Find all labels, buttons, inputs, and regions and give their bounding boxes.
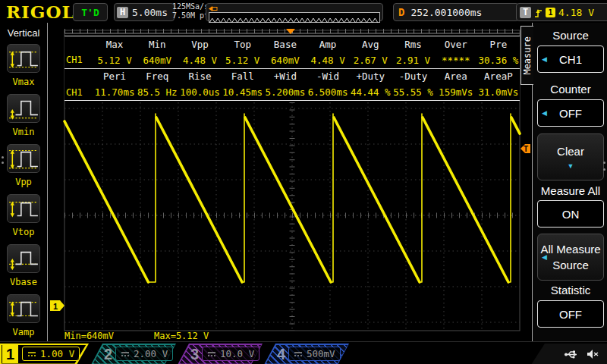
measure-cell: 2.91 V [392,55,434,66]
measure-table-channel: CH1 [64,87,93,98]
trigger-readout-box: T 1 4.18 V [516,3,607,21]
grid-center-lines [64,102,520,331]
delay-value: 252.001000ms [410,7,482,18]
measure-cell: 5.200ms [264,86,307,98]
measure-cell: 11.70ms [93,86,136,98]
channel1-number: 1 [2,345,18,363]
vbase-icon [7,244,40,273]
rigol-logo: RIGOL [6,2,75,22]
measure-cell: Fall [222,71,264,82]
channel4-scale: 500mV [307,348,335,359]
trigger-status-badge: T'D [73,3,108,21]
vmax-label: Vmax [7,77,40,87]
measure-cell: 44.44 % [349,86,392,98]
source-button[interactable]: ◀ CH1 [537,46,604,73]
statistic-title: Statistic [537,284,604,297]
vbase-button[interactable]: Vbase [7,244,40,287]
measure-cell: ***** [435,55,477,66]
measure-cell: Vpp [178,39,221,50]
measure-tab-label: Measure [522,36,533,75]
channel2-number: 2 [104,345,112,363]
trigger-source-badge: 1 [546,8,555,17]
memory-waveform-preview[interactable] [206,3,383,21]
vmin-icon [7,94,40,123]
channel4-number: 4 [277,345,285,363]
trigger-level-value: 4.18 V [558,7,594,18]
channel4-tab[interactable]: 4 500mV [264,344,349,364]
measure-cell: -Duty [392,71,434,82]
vtop-button[interactable]: Vtop [7,194,40,237]
measure-cell: 100.0us [178,86,221,98]
vpp-button[interactable]: Vpp [7,144,40,187]
horizontal-scale-value: 5.00ms [132,7,168,18]
chevron-left-icon: ◀ [542,249,547,265]
right-soft-menu: Source ◀ CH1 Counter ◀ OFF Clear ▼ Measu… [532,23,607,345]
measure-cell: 4.48 V [307,55,349,66]
measure-cell: Pre [477,39,520,50]
channel-status-bar: 1 1.00 V 2 2.00 V [0,341,607,364]
all-measure-line1: All Measure [540,241,600,257]
measure-cell: Area [435,71,477,82]
channel3-tab[interactable]: 3 10.0 V [178,344,263,364]
measure-cell: Max [93,39,136,50]
trigger-status-text: T'D [81,7,99,18]
rising-edge-icon [534,7,543,18]
svg-text:1: 1 [53,302,58,311]
vamp-label: Vamp [7,327,40,337]
statistic-button[interactable]: OFF [537,300,604,328]
counter-title: Counter [537,83,604,96]
chevron-down-icon: ▼ [568,162,574,170]
counter-button[interactable]: ◀ OFF [537,99,604,127]
left-page-dot [2,162,4,164]
measure-cell: 6.500ms [307,86,349,98]
measure-cell: 30.36 % [477,55,520,66]
all-measure-source-button[interactable]: ◀ All Measure Source [537,234,604,281]
measure-cell: 2.67 V [349,55,392,66]
left-function-menu: Vertical Vmax Vmin [0,23,48,341]
measure-cell: 159mVs [435,86,477,98]
status-icons [531,344,607,364]
channel3-scale: 10.0 V [220,348,254,359]
vpp-label: Vpp [7,177,40,187]
left-menu-title: Vertical [0,27,47,39]
left-page-dot [2,156,4,158]
source-title: Source [537,29,604,42]
delay-readout-box: D 252.001000ms [393,3,519,21]
measure-cell: Amp [307,39,349,50]
chevron-left-icon: ◀ [542,109,547,117]
clear-label: Clear [557,145,584,158]
clear-button[interactable]: Clear ▼ [537,133,604,180]
vtop-label: Vtop [7,227,40,237]
vmax-button[interactable]: Vmax [7,44,40,87]
channel1-scale: 1.00 V [40,348,74,359]
channel1-tab[interactable]: 1 1.00 V [0,344,89,364]
vtop-icon [7,194,40,223]
vbase-label: Vbase [7,277,40,287]
trigger-level-marker[interactable]: T [521,144,530,153]
channel2-tab[interactable]: 2 2.00 V [91,344,176,364]
speaker-muted-icon[interactable] [587,349,599,359]
svg-text:T: T [524,145,528,153]
measure-cell: 4.48 V [178,55,221,66]
all-measure-line2: Source [552,257,589,273]
delay-icon: D [398,6,404,18]
oscilloscope-screen: 1 T MaxMinVppTopBaseAmpAvgRmsOverPreCH15… [0,0,607,364]
top-status-bar: RIGOL T'D H 5.00ms 125MSa/s 7.50M pts D … [0,0,607,23]
measure-cell: Over [435,39,477,50]
measure-cell: 31.0mVs [477,86,520,98]
vmin-button[interactable]: Vmin [7,94,40,137]
vamp-button[interactable]: Vamp [7,294,40,337]
measure-cell: 5.12 V [93,55,136,66]
measure-all-button[interactable]: ON [537,200,604,228]
measure-cell: Top [222,39,264,50]
right-page-dot [603,168,605,171]
preview-waveform [209,12,380,23]
trigger-icon: T [520,7,531,18]
usb-icon[interactable] [564,350,580,359]
measure-menu-tab: Measure [521,26,533,85]
measure-cell: -Wid [307,71,349,82]
dc-coupling-icon [294,351,303,357]
channel1-level-marker[interactable]: 1 [50,300,64,311]
channel3-number: 3 [190,345,199,363]
vmin-label: Vmin [7,127,40,137]
